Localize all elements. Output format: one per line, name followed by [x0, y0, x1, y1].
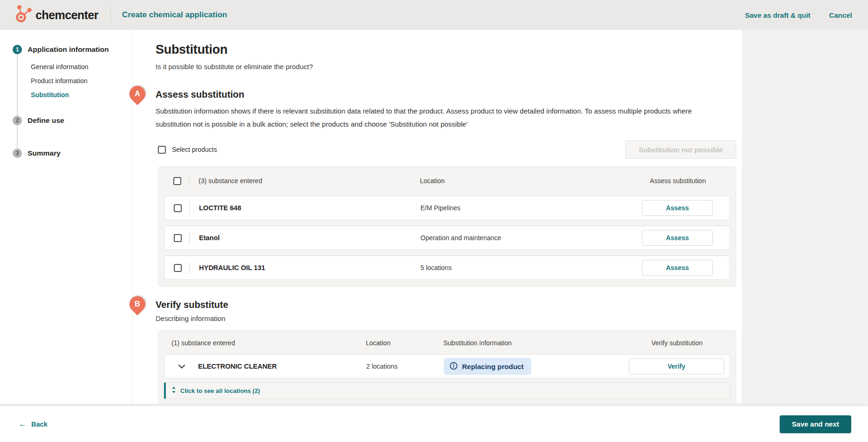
substance-name: HYDRAULIC OIL 131	[199, 264, 420, 271]
select-products-checkbox[interactable]	[158, 146, 166, 154]
column-substitution-information: Substitution information	[443, 339, 624, 347]
column-divider	[189, 232, 190, 244]
sidebar-item-substitution[interactable]: Substitution	[31, 88, 132, 102]
sidebar-item-product-information[interactable]: Product information	[31, 74, 132, 88]
step-1-circle: 1	[13, 45, 22, 54]
cancel-button[interactable]: Cancel	[829, 11, 852, 19]
expand-updown-icon	[171, 386, 176, 395]
substance-name: LOCTITE 648	[199, 204, 420, 212]
page-subtitle: Is it possible to substitute or eliminat…	[156, 63, 736, 71]
step-2-circle: 2	[13, 116, 22, 125]
step-application-information[interactable]: 1 Application information	[13, 45, 132, 54]
row-checkbox[interactable]	[174, 264, 182, 272]
assess-description: Substitution information shows if there …	[156, 105, 711, 131]
badge-text: Replacing product	[462, 363, 524, 371]
bulk-controls-row: Select products Substitution not possibl…	[158, 140, 736, 159]
step-2-label: Define use	[28, 116, 64, 125]
assess-button[interactable]: Assess	[642, 260, 713, 276]
step-3-label: Summary	[28, 149, 61, 157]
select-all-checkbox[interactable]	[173, 177, 181, 185]
step-summary[interactable]: 3 Summary	[13, 149, 132, 158]
save-and-next-button[interactable]: Save and next	[780, 415, 851, 433]
main-area: Substitution Is it possible to substitut…	[133, 30, 742, 404]
step-1-subitems: General information Product information …	[17, 54, 132, 116]
column-substance: (3) substance entered	[199, 177, 420, 185]
verify-table-header: (1) substance entered Location Substitut…	[164, 335, 730, 350]
step-3-circle: 3	[13, 149, 22, 158]
column-location: Location	[420, 177, 637, 185]
back-label: Back	[31, 421, 48, 428]
chevron-down-icon[interactable]	[172, 364, 198, 369]
table-row: Etanol Operation and maintenance Assess	[164, 226, 730, 250]
substance-location: 5 locations	[420, 264, 636, 271]
table-row: HYDRAULIC OIL 131 5 locations Assess	[164, 256, 730, 280]
assess-substitution-heading: A Assess substitution	[156, 89, 736, 100]
verify-button[interactable]: Verify	[629, 358, 724, 374]
logo-text: chemcenter	[36, 8, 98, 22]
logo-link[interactable]: chemcenter	[14, 4, 98, 26]
sidebar-item-general-information[interactable]: General information	[31, 60, 132, 74]
assess-table: (3) substance entered Location Assess su…	[158, 166, 736, 287]
substance-name: ELECTRONIC CLEANER	[198, 363, 277, 370]
column-divider	[189, 262, 190, 274]
column-substance: (1) substance entered	[171, 339, 366, 347]
footer-bar: ← Back Save and next	[0, 406, 868, 442]
step-1-label: Application information	[28, 45, 109, 54]
step-define-use[interactable]: 2 Define use	[13, 116, 132, 125]
verify-table: (1) substance entered Location Substitut…	[158, 330, 736, 406]
column-divider	[189, 175, 189, 187]
content-panel: 1 Application information General inform…	[0, 30, 742, 404]
back-arrow-icon: ←	[19, 420, 27, 428]
replacing-product-badge: Replacing product	[444, 358, 531, 375]
substitution-not-possible-button[interactable]: Substitution not possible	[625, 140, 736, 159]
info-icon	[449, 362, 458, 371]
column-assess-substitution: Assess substitution	[637, 177, 719, 185]
header-divider	[110, 7, 111, 23]
row-checkbox[interactable]	[174, 234, 182, 242]
column-divider	[189, 202, 190, 214]
substance-location: 2 locations	[366, 363, 444, 370]
save-as-draft-button[interactable]: Save as draft & quit	[745, 11, 811, 19]
verify-subheading: Describing information	[156, 314, 736, 323]
expand-locations-row[interactable]: Click to see all locations (2)	[164, 382, 730, 399]
page-title: Substitution	[156, 42, 736, 57]
expand-locations-label: Click to see all locations (2)	[180, 387, 260, 394]
select-products-label: Select products	[172, 146, 217, 153]
table-row: LOCTITE 648 E/M Pipelines Assess	[164, 196, 730, 220]
app-header: chemcenter Create chemical application S…	[0, 0, 868, 30]
column-location: Location	[366, 339, 443, 347]
step-connector	[17, 125, 132, 149]
verify-substitute-heading: B Verify substitute	[156, 299, 736, 310]
marker-a-icon: A	[126, 83, 149, 105]
substance-location: E/M Pipelines	[420, 204, 636, 212]
back-button[interactable]: ← Back	[19, 420, 48, 428]
marker-b-icon: B	[126, 293, 149, 315]
assess-button[interactable]: Assess	[642, 200, 713, 216]
column-verify-substitution: Verify substitution	[624, 339, 730, 347]
molecule-logo-icon	[14, 4, 33, 26]
stepper-sidebar: 1 Application information General inform…	[0, 30, 133, 404]
assess-button[interactable]: Assess	[642, 230, 713, 246]
page-context-title: Create chemical application	[122, 10, 227, 20]
substance-location: Operation and maintenance	[420, 234, 636, 242]
assess-table-header: (3) substance entered Location Assess su…	[164, 171, 730, 190]
select-products-control[interactable]: Select products	[158, 146, 217, 154]
row-checkbox[interactable]	[174, 204, 182, 212]
table-row: ELECTRONIC CLEANER 2 locations Replacing…	[164, 354, 730, 378]
substance-name: Etanol	[199, 234, 420, 242]
